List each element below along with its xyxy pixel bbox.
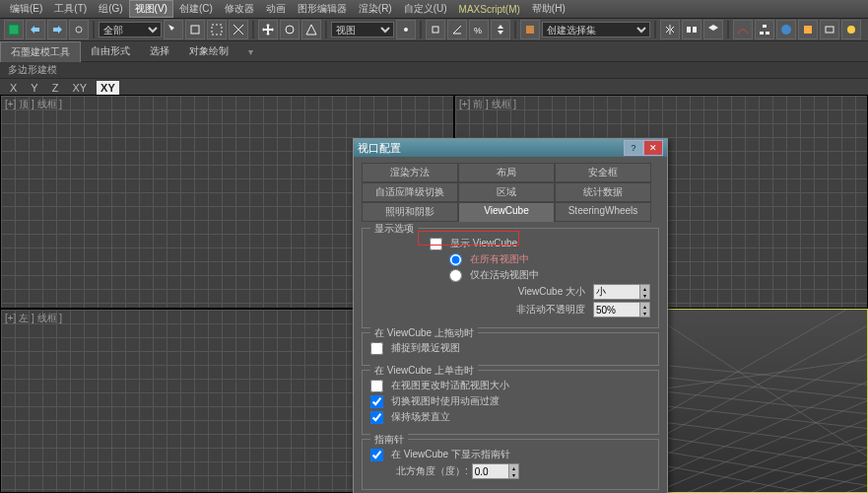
checkbox-show-viewcube[interactable]: [430, 238, 442, 250]
menu-tools[interactable]: 工具(T): [48, 0, 93, 18]
redo-icon[interactable]: [47, 20, 67, 39]
tab-steeringwheels[interactable]: SteeringWheels: [555, 202, 651, 222]
link-icon[interactable]: [69, 20, 89, 39]
dialog-titlebar[interactable]: 视口配置 ? ✕: [354, 139, 667, 157]
group-click: 在 ViewCube 上单击时 在视图更改时适配视图大小 切换视图时使用动画过渡…: [362, 370, 659, 435]
svg-line-27: [700, 433, 868, 493]
layers-icon[interactable]: [703, 20, 723, 39]
material-editor-icon[interactable]: [776, 20, 796, 39]
tab-statistics[interactable]: 统计数据: [555, 182, 651, 202]
render-frame-icon[interactable]: [820, 20, 839, 39]
named-sel-icon[interactable]: [520, 20, 540, 39]
close-icon[interactable]: ✕: [643, 140, 663, 156]
label-show-viewcube: 显示 ViewCube: [450, 237, 517, 250]
tab-render-method[interactable]: 渲染方法: [362, 163, 458, 182]
svg-text:%: %: [474, 26, 482, 35]
schematic-icon[interactable]: [755, 20, 774, 39]
svg-point-6: [404, 28, 408, 32]
pivot-icon[interactable]: [396, 20, 416, 39]
checkbox-keep-upright[interactable]: [370, 411, 383, 424]
svg-rect-16: [804, 26, 812, 34]
radio-active-view[interactable]: [449, 269, 462, 282]
tab-safe-frames[interactable]: 安全框: [555, 163, 651, 182]
tab-regions[interactable]: 区域: [458, 182, 555, 202]
tab-adaptive-deg[interactable]: 自适应降级切换: [362, 182, 458, 202]
select-region-icon[interactable]: [207, 20, 227, 39]
ribbon-tab-objpaint[interactable]: 对象绘制: [179, 41, 238, 61]
ribbon-tab-freeform[interactable]: 自由形式: [81, 41, 140, 61]
axis-xy[interactable]: XY: [68, 82, 91, 94]
ref-coord-select[interactable]: 视图: [331, 22, 394, 37]
svg-rect-12: [763, 25, 767, 28]
label-snap-nearest: 捕捉到最近视图: [391, 341, 460, 355]
tab-layout[interactable]: 布局: [458, 163, 555, 182]
menu-modify[interactable]: 修改器: [219, 0, 260, 18]
checkbox-show-compass[interactable]: [370, 449, 383, 461]
tab-lighting-shadows[interactable]: 照明和阴影: [362, 202, 458, 222]
select-vc-size[interactable]: 小▴▾: [593, 284, 650, 300]
axis-x[interactable]: X: [6, 82, 21, 94]
axis-xy-active[interactable]: XY: [97, 81, 119, 95]
svg-rect-2: [212, 25, 222, 35]
menu-maxscript[interactable]: MAXScript(M): [453, 2, 526, 17]
spinner-north-angle[interactable]: 0.0▴▾: [472, 463, 519, 479]
radio-all-views[interactable]: [449, 253, 462, 266]
snap-toggle-icon[interactable]: [426, 20, 445, 39]
filter-select[interactable]: 全部: [99, 22, 162, 37]
viewport-left-label: [+] 左 ] 线框 ]: [5, 312, 62, 325]
main-toolbar: 全部 视图 % 创建选择集: [0, 19, 868, 41]
menu-view[interactable]: 视图(V): [129, 0, 173, 18]
label-animated-transition: 切换视图时使用动画过渡: [391, 394, 500, 408]
ribbon-tab-graphite[interactable]: 石墨建模工具: [0, 41, 81, 62]
menu-edit[interactable]: 编辑(E): [4, 0, 48, 18]
rotate-icon[interactable]: [280, 20, 300, 39]
svg-line-25: [640, 403, 868, 493]
viewport-front-label: [+] 前 ] 线框 ]: [459, 98, 516, 111]
align-icon[interactable]: [682, 20, 701, 39]
menu-create[interactable]: 创建(C): [173, 0, 219, 18]
label-show-compass: 在 ViewCube 下显示指南针: [391, 448, 510, 461]
undo-icon[interactable]: [26, 20, 45, 39]
group-compass-label: 指南针: [370, 433, 408, 447]
label-active-view: 仅在活动视图中: [470, 268, 539, 282]
window-cross-icon[interactable]: [229, 20, 248, 39]
app-icon[interactable]: [4, 20, 24, 39]
svg-line-26: [670, 418, 868, 493]
menu-help[interactable]: 帮助(H): [526, 0, 571, 18]
svg-rect-7: [433, 27, 438, 33]
render-setup-icon[interactable]: [798, 20, 818, 39]
svg-point-18: [847, 26, 855, 34]
svg-rect-17: [826, 27, 834, 33]
select-icon[interactable]: [164, 20, 183, 39]
select-name-icon[interactable]: [185, 20, 205, 39]
ribbon: 石墨建模工具 自由形式 选择 对象绘制 ▾: [0, 41, 868, 62]
mirror-icon[interactable]: [660, 20, 680, 39]
scale-icon[interactable]: [301, 20, 321, 39]
checkbox-fit-on-change[interactable]: [370, 380, 383, 392]
axis-y[interactable]: Y: [27, 82, 41, 94]
move-icon[interactable]: [258, 20, 278, 39]
viewport-top-label: [+] 顶 ] 线框 ]: [5, 98, 62, 111]
percent-snap-icon[interactable]: %: [469, 20, 489, 39]
group-click-label: 在 ViewCube 上单击时: [370, 364, 478, 378]
quick-render-icon[interactable]: [841, 20, 861, 39]
menu-customize[interactable]: 自定义(U): [398, 0, 453, 18]
help-icon[interactable]: ?: [624, 140, 643, 156]
menu-render[interactable]: 渲染(R): [353, 0, 398, 18]
spinner-snap-icon[interactable]: [491, 20, 510, 39]
menu-anim[interactable]: 动画: [260, 0, 292, 18]
tab-viewcube[interactable]: ViewCube: [458, 202, 555, 222]
named-sel-select[interactable]: 创建选择集: [542, 22, 650, 37]
checkbox-animated-transition[interactable]: [370, 395, 383, 408]
svg-rect-10: [687, 27, 691, 33]
menu-group[interactable]: 组(G): [93, 0, 128, 18]
label-north-angle: 北方角度（度）:: [396, 464, 468, 478]
angle-snap-icon[interactable]: [447, 20, 467, 39]
checkbox-snap-nearest[interactable]: [370, 342, 383, 355]
ribbon-drop-icon[interactable]: ▾: [242, 43, 258, 59]
ribbon-tab-selection[interactable]: 选择: [140, 41, 179, 61]
axis-z[interactable]: Z: [48, 82, 63, 94]
curve-editor-icon[interactable]: [733, 20, 753, 39]
menu-grapheditors[interactable]: 图形编辑器: [292, 0, 353, 18]
select-vc-opacity[interactable]: 50%▴▾: [593, 302, 650, 317]
